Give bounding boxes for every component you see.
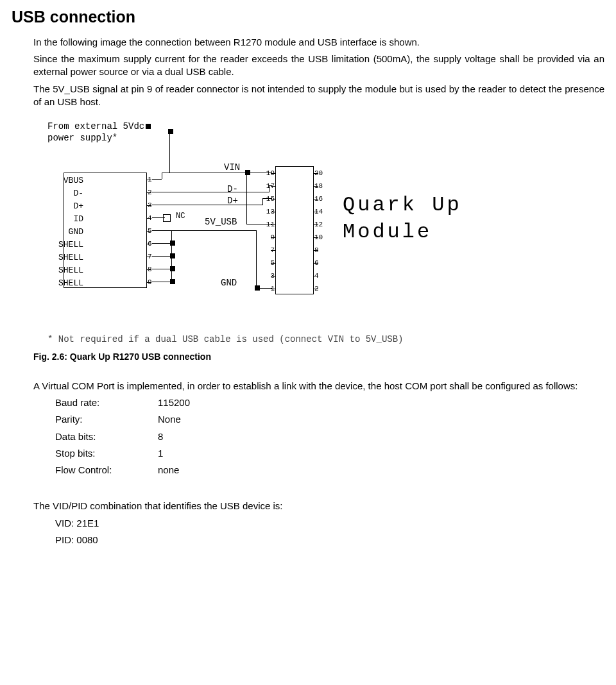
- net-vin: VIN: [224, 162, 240, 174]
- spec-row-baud: Baud rate:115200: [55, 396, 604, 409]
- spec-row-stopbits: Stop bits:1: [55, 447, 604, 460]
- paragraph-2: Since the maximum supply current for the…: [33, 53, 604, 79]
- pid-row: PID: 0080: [55, 534, 604, 546]
- vid-row: VID: 21E1: [55, 517, 604, 530]
- intro-block: In the following image the connection be…: [33, 36, 604, 108]
- vcp-intro: A Virtual COM Port is implemented, in or…: [33, 380, 604, 393]
- net-dplus: D+: [227, 195, 238, 207]
- figure-caption: Fig. 2.6: Quark Up R1270 USB connection: [33, 351, 604, 363]
- paragraph-3: The 5V_USB signal at pin 9 of reader con…: [33, 83, 604, 109]
- diagram-note-top: From external 5Vdc power supply*: [47, 121, 152, 144]
- usb-connector: VBUS1 D-2 D+4 ID3 GND5 SHELL6 SHELL7 SHE…: [64, 173, 147, 288]
- spec-row-parity: Parity:None: [55, 413, 604, 426]
- page-title: USB connection: [12, 6, 604, 28]
- net-gnd: GND: [221, 277, 237, 289]
- net-5vusb: 5V_USB: [205, 216, 237, 228]
- vidpid-intro: The VID/PID combination that identifies …: [33, 500, 604, 512]
- module-connector: 1920 1718 1516 1314 1112 910 78 56 34 12: [275, 166, 314, 294]
- usb-connection-diagram: From external 5Vdc power supply* VBUS1 D…: [41, 121, 490, 346]
- diagram-footnote: * Not required if a dual USB cable is us…: [47, 334, 404, 346]
- spec-row-databits: Data bits:8: [55, 430, 604, 443]
- net-dminus: D-: [227, 183, 238, 196]
- module-title: Quark UpModule: [343, 192, 462, 245]
- spec-row-flow: Flow Control:none: [55, 464, 604, 477]
- paragraph-1: In the following image the connection be…: [33, 36, 604, 49]
